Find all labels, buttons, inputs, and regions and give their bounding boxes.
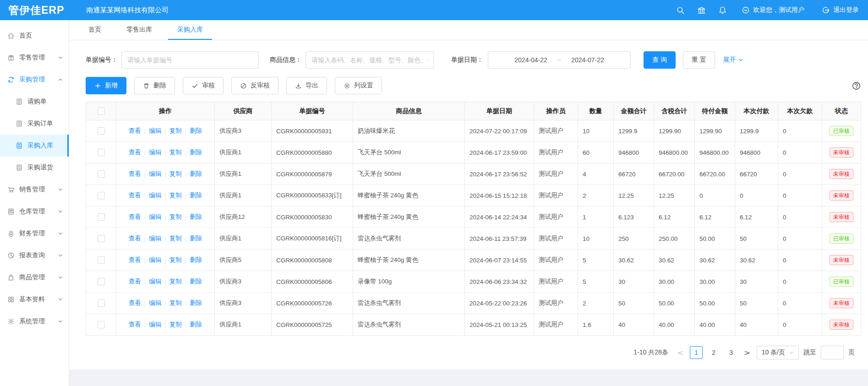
row-checkbox[interactable] <box>98 192 105 199</box>
row-action-编辑[interactable]: 编辑 <box>146 148 164 157</box>
row-action-删除[interactable]: 删除 <box>186 321 205 329</box>
bank-icon[interactable] <box>693 2 710 18</box>
next-page-button[interactable]: > <box>742 348 752 357</box>
reset-button[interactable]: 重 置 <box>683 51 715 69</box>
column-header-本次欠款: 本次欠款 <box>778 102 822 120</box>
sidebar-item-首页[interactable]: 首页 <box>0 25 69 47</box>
row-action-查看[interactable]: 查看 <box>126 299 144 307</box>
date-to[interactable]: 2024-07-22 <box>571 56 604 64</box>
expand-link[interactable]: 展开 <box>723 56 743 64</box>
row-action-查看[interactable]: 查看 <box>126 170 144 178</box>
date-from[interactable]: 2024-04-22 <box>514 56 547 64</box>
row-checkbox[interactable] <box>98 321 105 328</box>
search-icon[interactable] <box>672 2 688 18</box>
select-all-checkbox[interactable] <box>98 108 105 115</box>
row-action-查看[interactable]: 查看 <box>126 148 144 157</box>
row-action-编辑[interactable]: 编辑 <box>146 277 164 286</box>
sidebar-item-销售管理[interactable]: 销售管理 <box>0 179 69 201</box>
logout-button[interactable]: 退出登录 <box>822 6 859 14</box>
row-action-复制[interactable]: 复制 <box>166 299 185 307</box>
row-action-复制[interactable]: 复制 <box>166 321 185 329</box>
cell-payable: 30.00 <box>695 271 735 293</box>
sidebar-item-采购退货[interactable]: 采购退货 <box>0 157 69 179</box>
search-button[interactable]: 查 询 <box>644 51 676 69</box>
row-action-删除[interactable]: 删除 <box>186 191 205 200</box>
unaudit-button[interactable]: 反审核 <box>231 77 278 94</box>
row-action-查看[interactable]: 查看 <box>126 234 144 243</box>
sidebar-item-仓库管理[interactable]: 仓库管理 <box>0 201 69 223</box>
row-checkbox[interactable] <box>98 127 105 135</box>
cell-operator: 测试用户 <box>534 250 578 271</box>
row-action-删除[interactable]: 删除 <box>186 277 205 286</box>
sidebar-item-基本资料[interactable]: 基本资料 <box>0 288 69 310</box>
row-action-删除[interactable]: 删除 <box>186 213 205 221</box>
bill-no-input[interactable] <box>121 51 259 69</box>
audit-button[interactable]: 审核 <box>183 77 224 94</box>
row-checkbox[interactable] <box>98 278 105 285</box>
row-action-复制[interactable]: 复制 <box>166 170 185 178</box>
page-button-2[interactable]: 2 <box>707 346 720 359</box>
row-checkbox[interactable] <box>98 213 105 221</box>
date-range-input[interactable]: 2024-04-22 ~ 2024-07-22 <box>488 51 631 69</box>
row-action-删除[interactable]: 删除 <box>186 256 205 264</box>
page-button-1[interactable]: 1 <box>690 346 703 359</box>
sidebar-item-商品管理[interactable]: 商品管理 <box>0 266 69 288</box>
sidebar-item-零售管理[interactable]: 零售管理 <box>0 47 69 69</box>
row-action-编辑[interactable]: 编辑 <box>146 299 164 307</box>
sidebar-item-系统管理[interactable]: 系统管理 <box>0 310 69 332</box>
row-action-查看[interactable]: 查看 <box>126 127 144 135</box>
row-checkbox[interactable] <box>98 149 105 156</box>
add-button[interactable]: 新增 <box>86 77 126 94</box>
row-action-编辑[interactable]: 编辑 <box>146 170 164 178</box>
tab-零售出库[interactable]: 零售出库 <box>117 20 161 40</box>
row-action-删除[interactable]: 删除 <box>186 234 205 243</box>
sidebar-item-报表查询[interactable]: 报表查询 <box>0 245 69 266</box>
row-action-编辑[interactable]: 编辑 <box>146 256 164 264</box>
row-action-编辑[interactable]: 编辑 <box>146 321 164 329</box>
row-action-复制[interactable]: 复制 <box>166 256 185 264</box>
status-badge: 已审核 <box>830 277 853 287</box>
column-settings-button[interactable]: 列设置 <box>335 77 382 94</box>
row-action-复制[interactable]: 复制 <box>166 148 185 157</box>
sidebar-item-采购入库[interactable]: 采购入库 <box>0 135 69 157</box>
sidebar-item-采购订单[interactable]: 采购订单 <box>0 113 69 135</box>
jump-page-input[interactable] <box>821 346 844 359</box>
row-checkbox[interactable] <box>98 235 105 242</box>
delete-button[interactable]: 删除 <box>134 77 175 94</box>
row-action-复制[interactable]: 复制 <box>166 234 185 243</box>
row-action-删除[interactable]: 删除 <box>186 127 205 135</box>
cell-paid: 50 <box>735 228 778 250</box>
row-action-编辑[interactable]: 编辑 <box>146 191 164 200</box>
sidebar-item-请购单[interactable]: 请购单 <box>0 91 69 113</box>
row-action-查看[interactable]: 查看 <box>126 321 144 329</box>
help-icon[interactable] <box>852 81 861 91</box>
row-action-删除[interactable]: 删除 <box>186 299 205 307</box>
prev-page-button[interactable]: < <box>676 348 685 357</box>
row-action-复制[interactable]: 复制 <box>166 127 185 135</box>
row-action-复制[interactable]: 复制 <box>166 191 185 200</box>
page-button-3[interactable]: 3 <box>725 346 737 359</box>
row-action-编辑[interactable]: 编辑 <box>146 213 164 221</box>
row-action-复制[interactable]: 复制 <box>166 213 185 221</box>
row-action-查看[interactable]: 查看 <box>126 256 144 264</box>
row-action-编辑[interactable]: 编辑 <box>146 127 164 135</box>
row-checkbox[interactable] <box>98 299 105 307</box>
product-info-input[interactable] <box>306 51 434 69</box>
page-size-select[interactable]: 10 条/页 <box>757 346 799 359</box>
tab-采购入库[interactable]: 采购入库 <box>168 20 212 40</box>
row-action-查看[interactable]: 查看 <box>126 191 144 200</box>
row-action-编辑[interactable]: 编辑 <box>146 234 164 243</box>
user-menu[interactable]: 欢迎您，测试用户 <box>742 6 804 14</box>
tab-首页[interactable]: 首页 <box>79 20 110 40</box>
row-action-删除[interactable]: 删除 <box>186 170 205 178</box>
sidebar-item-财务管理[interactable]: 财务管理 <box>0 223 69 245</box>
row-action-复制[interactable]: 复制 <box>166 277 185 286</box>
export-button[interactable]: 导出 <box>286 77 327 94</box>
row-action-删除[interactable]: 删除 <box>186 148 205 157</box>
row-checkbox[interactable] <box>98 170 105 178</box>
bell-icon[interactable] <box>714 2 731 18</box>
row-checkbox[interactable] <box>98 256 105 264</box>
row-action-查看[interactable]: 查看 <box>126 277 144 286</box>
sidebar-item-采购管理[interactable]: 采购管理 <box>0 69 69 91</box>
row-action-查看[interactable]: 查看 <box>126 213 144 221</box>
